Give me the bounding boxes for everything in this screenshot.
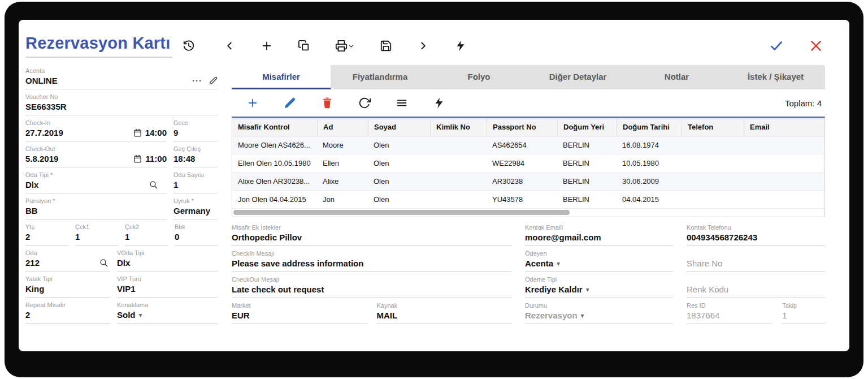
more-icon[interactable]: ··· [192, 76, 202, 85]
field-value: 1 [782, 311, 787, 320]
field-oda[interactable]: Oda 212 [25, 248, 110, 272]
field-repeat-misafir[interactable]: Repeat Misafir 2 [25, 300, 110, 324]
field-bbk[interactable]: Bbk 0 [175, 222, 218, 246]
tab-misafirler[interactable]: Misafirler [232, 65, 331, 89]
column-header[interactable]: Misafir Kontrol [232, 118, 317, 136]
field-res-id[interactable]: Res ID 1837664 [687, 301, 772, 324]
refresh-button[interactable] [358, 97, 371, 109]
add-guest-button[interactable] [246, 97, 259, 109]
field-renk-kodu[interactable]: Renk Kodu [687, 275, 825, 298]
field-odeyen[interactable]: Ödeyen Acenta ▾ [525, 249, 673, 272]
column-header[interactable]: Soyad [368, 118, 430, 136]
save-button[interactable] [380, 40, 392, 52]
guest-toolbar: Toplam: 4 [232, 89, 825, 117]
horizontal-scrollbar[interactable] [232, 209, 824, 217]
table-row[interactable]: Alixe Olen AR30238... Alixe Olen AR30238… [232, 173, 824, 191]
field-cck2[interactable]: Çck2 1 [125, 222, 168, 246]
field-vip-turu[interactable]: VIP Türü VIP1 [117, 274, 218, 298]
field-durumu[interactable]: Durumu Rezervasyon ▾ [525, 301, 673, 324]
field-value: Krediye Kaldır [525, 285, 583, 294]
search-icon[interactable] [149, 180, 158, 189]
table-cell: Moore [317, 136, 368, 154]
field-uyruk[interactable]: Uyruk * Germany [173, 196, 218, 219]
column-header[interactable]: Doğum Tarihi [617, 118, 682, 136]
field-odeme-tipi[interactable]: Ödeme Tipi Krediye Kaldır ▾ [525, 275, 673, 298]
field-konaklama[interactable]: Konaklama Sold ▾ [117, 300, 218, 324]
field-checkin-mesaji[interactable]: CheckIn Mesajı Please save address infor… [232, 249, 511, 272]
table-cell: Alixe [317, 173, 368, 190]
back-button[interactable] [223, 40, 236, 52]
field-oda-tipi[interactable]: Oda Tipi * Dlx [25, 170, 167, 193]
field-acenta[interactable]: Acenta ONLINE ··· [25, 66, 218, 89]
table-cell [682, 154, 744, 172]
dropdown-icon[interactable]: ▾ [581, 312, 584, 320]
tab-istek-sikayet[interactable]: İstek / Şikayet [726, 65, 825, 89]
column-header[interactable]: Ad [317, 118, 368, 136]
delete-guest-button[interactable] [321, 97, 333, 109]
column-header[interactable]: Telefon [682, 118, 744, 136]
table-cell: 16.08.1974 [617, 136, 682, 154]
edit-guest-button[interactable] [284, 97, 296, 109]
main-toolbar [223, 40, 467, 52]
menu-button[interactable] [396, 97, 408, 109]
dropdown-icon[interactable]: ▾ [586, 286, 589, 294]
field-share-no[interactable]: Share No [687, 249, 825, 272]
edit-icon[interactable] [209, 76, 218, 85]
search-icon[interactable] [99, 259, 108, 267]
tab-notlar[interactable]: Notlar [627, 65, 726, 89]
column-header[interactable]: Kimlik No [430, 118, 487, 136]
tab-fiyatlandirma[interactable]: Fiyatlandırma [331, 65, 429, 89]
page-title: Rezervasyon Kartı [25, 34, 172, 58]
field-oda-sayisi[interactable]: Oda Sayısı 1 [173, 170, 218, 193]
field-gec-cikis[interactable]: Geç Çıkış 18:48 [173, 144, 218, 167]
confirm-button[interactable] [769, 38, 784, 53]
field-label: Uyruk * [173, 196, 218, 204]
print-button[interactable] [335, 40, 355, 52]
field-yts[interactable]: Ytş 2 [25, 222, 68, 246]
field-pansiyon[interactable]: Pansiyon * BB [25, 196, 167, 219]
field-checkout-mesaji[interactable]: CheckOut Mesajı Late check out request [232, 275, 511, 298]
field-takip[interactable]: Takip 1 [782, 301, 825, 324]
table-cell [744, 173, 824, 190]
field-value: 1 [75, 232, 80, 242]
new-reservation-button[interactable] [261, 40, 273, 52]
column-header[interactable]: Passport No [487, 118, 557, 136]
tab-folyo[interactable]: Folyo [429, 65, 528, 89]
table-row[interactable]: Jon Olen 04.04.2015 Jon Olen YU43578 BER… [232, 191, 824, 209]
field-cck1[interactable]: Çck1 1 [75, 222, 118, 246]
tab-diger-detaylar[interactable]: Diğer Detaylar [528, 65, 627, 89]
guest-actions-button[interactable] [433, 97, 445, 109]
field-label: Geç Çıkış [173, 144, 218, 152]
history-button[interactable] [183, 40, 195, 52]
field-yatak-tipi[interactable]: Yatak Tipi King [25, 274, 110, 298]
field-kaynak[interactable]: Kaynak MAIL [377, 301, 512, 324]
column-header[interactable]: Email [744, 118, 824, 136]
forward-button[interactable] [417, 40, 429, 52]
field-kontak-emaili[interactable]: Kontak Emaili moore@gmail.com [525, 223, 673, 246]
dropdown-icon[interactable]: ▾ [139, 311, 142, 319]
quick-actions-button[interactable] [454, 40, 467, 52]
field-voucher-no[interactable]: Voucher No SE66335R [25, 92, 218, 115]
table-row[interactable]: Moore Olen AS4626... Moore Olen AS462654… [232, 136, 824, 154]
field-misafir-ek-istekler[interactable]: Misafir Ek İstekler Orthopedic Pillov [232, 223, 511, 246]
field-label: Ytş [25, 222, 68, 230]
close-button[interactable] [809, 38, 823, 53]
field-kontak-telefonu[interactable]: Kontak Telefonu 004934568726243 [687, 223, 825, 246]
field-gece[interactable]: Gece 9 [173, 118, 218, 141]
field-label: Check-Out [25, 144, 167, 152]
scrollbar-thumb[interactable] [233, 210, 570, 215]
field-voda-tipi[interactable]: VOda Tipi Dlx [117, 248, 218, 272]
column-header[interactable]: Doğum Yeri [557, 118, 617, 136]
field-checkout[interactable]: Check-Out 5.8.2019 11:00 [25, 144, 167, 167]
field-value: Rezervasyon [525, 311, 578, 320]
copy-button[interactable] [298, 40, 310, 52]
field-value: 0 [175, 232, 179, 242]
field-market[interactable]: Market EUR [232, 301, 367, 324]
calendar-icon[interactable] [133, 128, 142, 137]
table-cell: 30.06.2009 [617, 173, 682, 190]
table-row[interactable]: Ellen Olen 10.05.1980 Ellen Olen WE22984… [232, 154, 824, 173]
dropdown-icon[interactable]: ▾ [557, 260, 560, 268]
calendar-icon[interactable] [133, 154, 142, 163]
field-checkin[interactable]: Check-In 27.7.2019 14:00 [25, 118, 167, 141]
checkout-time: 11:00 [145, 154, 167, 163]
